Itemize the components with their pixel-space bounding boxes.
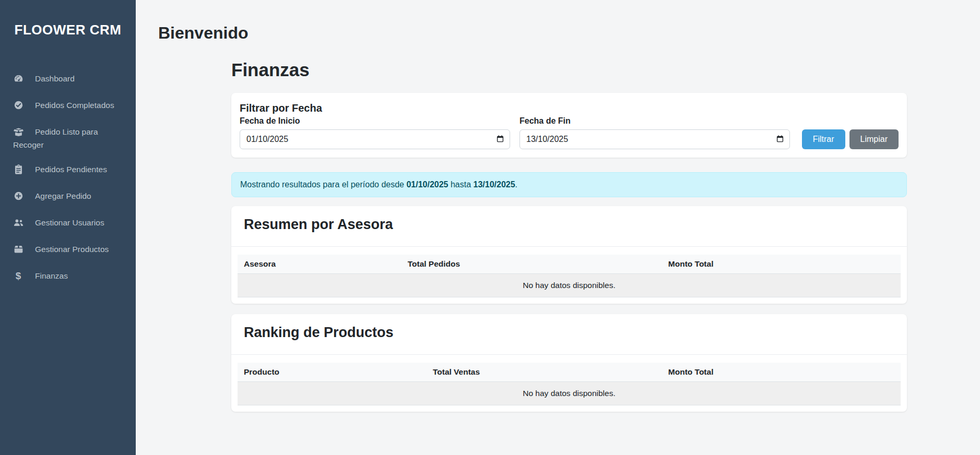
empty-message: No hay datos disponibles. — [238, 382, 901, 405]
sidebar-nav: Dashboard Pedidos Completados Pedido Lis… — [0, 66, 136, 288]
resumen-asesora-card: Resumen por Asesora Asesora Total Pedido… — [231, 206, 907, 304]
resumen-asesora-table: Asesora Total Pedidos Monto Total No hay… — [238, 255, 901, 297]
column-header-monto-total: Monto Total — [662, 255, 901, 274]
filter-title: Filtrar por Fecha — [240, 102, 899, 114]
sidebar-item-dashboard[interactable]: Dashboard — [0, 66, 136, 93]
dollar-icon: $ — [13, 270, 23, 281]
end-date-label: Fecha de Fin — [519, 116, 790, 126]
column-header-producto: Producto — [238, 363, 427, 382]
date-filter-card: Filtrar por Fecha Fecha de Inicio Fecha … — [231, 93, 907, 158]
sidebar-item-pedido-listo-para-recoger[interactable]: Pedido Listo para Recoger — [0, 119, 136, 157]
sidebar-item-label: Agregar Pedido — [35, 191, 91, 200]
start-date-label: Fecha de Inicio — [240, 116, 510, 126]
table-header-row: Producto Total Ventas Monto Total — [238, 363, 901, 382]
column-header-total-ventas: Total Ventas — [427, 363, 662, 382]
alert-text-suffix: . — [515, 180, 517, 189]
sidebar-item-gestionar-productos[interactable]: Gestionar Productos — [0, 237, 136, 264]
column-header-asesora: Asesora — [238, 255, 402, 274]
table-empty-row: No hay datos disponibles. — [238, 274, 901, 297]
sidebar-item-label: Gestionar Usuarios — [35, 218, 104, 227]
limpiar-button[interactable]: Limpiar — [849, 129, 899, 149]
alert-text-middle: hasta — [448, 180, 474, 189]
box-icon — [13, 244, 23, 257]
section-title: Finanzas — [231, 59, 907, 80]
empty-message: No hay datos disponibles. — [238, 274, 901, 297]
sidebar-item-pedidos-completados[interactable]: Pedidos Completados — [0, 93, 136, 119]
end-date-input[interactable] — [519, 129, 790, 149]
sidebar-item-label: Pedidos Pendientes — [35, 165, 107, 174]
clipboard-icon — [13, 164, 23, 177]
table-header-row: Asesora Total Pedidos Monto Total — [238, 255, 901, 274]
plus-circle-icon — [13, 191, 23, 203]
sidebar-item-pedidos-pendientes[interactable]: Pedidos Pendientes — [0, 157, 136, 184]
filter-row: Fecha de Inicio Fecha de Fin Filtrar L — [240, 116, 899, 149]
sidebar-item-label: Pedido Listo para Recoger — [13, 127, 98, 149]
gauge-icon — [13, 74, 23, 86]
main-content: Bienvenido Finanzas Filtrar por Fecha Fe… — [136, 0, 980, 412]
start-date-input[interactable] — [240, 129, 510, 149]
check-circle-icon — [13, 100, 23, 113]
sidebar-item-label: Pedidos Completados — [35, 101, 114, 110]
ranking-productos-table-wrap: Producto Total Ventas Monto Total No hay… — [231, 355, 907, 412]
sidebar: FLOOWER CRM Dashboard Pedidos Completado… — [0, 0, 136, 455]
ranking-productos-table: Producto Total Ventas Monto Total No hay… — [238, 363, 901, 405]
ranking-productos-title: Ranking de Productos — [231, 314, 907, 355]
finanzas-section: Finanzas Filtrar por Fecha Fecha de Inic… — [231, 59, 907, 412]
start-date-group: Fecha de Inicio — [240, 116, 510, 149]
column-header-total-pedidos: Total Pedidos — [402, 255, 662, 274]
sidebar-item-label: Finanzas — [35, 271, 68, 280]
sidebar-item-agregar-pedido[interactable]: Agregar Pedido — [0, 184, 136, 210]
alert-start-date: 01/10/2025 — [406, 180, 448, 189]
resumen-asesora-title: Resumen por Asesora — [231, 206, 907, 247]
page-title: Bienvenido — [158, 23, 980, 43]
results-period-alert: Mostrando resultados para el período des… — [231, 172, 907, 197]
filter-buttons: Filtrar Limpiar — [802, 129, 899, 149]
app-title: FLOOWER CRM — [0, 0, 136, 38]
sidebar-item-finanzas[interactable]: $Finanzas — [0, 264, 136, 288]
box-open-icon — [13, 127, 23, 139]
users-icon — [13, 218, 23, 230]
resumen-asesora-table-wrap: Asesora Total Pedidos Monto Total No hay… — [231, 247, 907, 304]
sidebar-item-gestionar-usuarios[interactable]: Gestionar Usuarios — [0, 210, 136, 237]
alert-text-prefix: Mostrando resultados para el período des… — [240, 180, 406, 189]
alert-end-date: 13/10/2025 — [474, 180, 515, 189]
sidebar-item-label: Dashboard — [35, 74, 75, 83]
table-empty-row: No hay datos disponibles. — [238, 382, 901, 405]
sidebar-item-label: Gestionar Productos — [35, 245, 109, 254]
column-header-monto-total: Monto Total — [662, 363, 901, 382]
filtrar-button[interactable]: Filtrar — [802, 129, 845, 149]
ranking-productos-card: Ranking de Productos Producto Total Vent… — [231, 314, 907, 412]
end-date-group: Fecha de Fin — [519, 116, 790, 149]
